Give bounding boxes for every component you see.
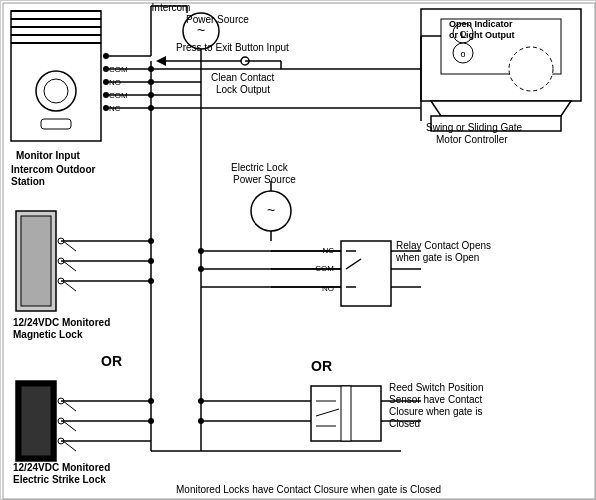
svg-text:Clean Contact: Clean Contact	[211, 72, 275, 83]
svg-point-47	[148, 66, 154, 72]
svg-text:when gate is Open: when gate is Open	[395, 252, 479, 263]
svg-text:Open Indicator: Open Indicator	[449, 19, 513, 29]
svg-text:Relay Contact Opens: Relay Contact Opens	[396, 240, 491, 251]
svg-text:Station: Station	[11, 176, 45, 187]
svg-rect-102	[341, 386, 351, 441]
svg-point-48	[148, 79, 154, 85]
svg-text:NO: NO	[322, 284, 334, 293]
svg-text:Motor Controller: Motor Controller	[436, 134, 508, 145]
svg-text:o: o	[460, 49, 465, 59]
svg-text:OR: OR	[101, 353, 122, 369]
svg-text:Lock Output: Lock Output	[216, 84, 270, 95]
svg-point-71	[148, 278, 154, 284]
svg-text:Power Source: Power Source	[233, 174, 296, 185]
svg-point-69	[148, 238, 154, 244]
wiring-diagram: COM NO COM NC ~ O o	[0, 0, 596, 500]
svg-text:or Light Output: or Light Output	[449, 30, 514, 40]
svg-text:Intercom: Intercom	[152, 2, 191, 13]
svg-point-84	[148, 418, 154, 424]
svg-point-8	[44, 79, 68, 103]
svg-point-49	[148, 92, 154, 98]
svg-point-34	[509, 47, 553, 91]
svg-text:Electric Strike Lock: Electric Strike Lock	[13, 474, 106, 485]
svg-text:Power Source: Power Source	[186, 14, 249, 25]
svg-rect-9	[41, 119, 71, 129]
svg-text:~: ~	[267, 202, 275, 218]
svg-text:12/24VDC Monitored: 12/24VDC Monitored	[13, 317, 110, 328]
svg-marker-35	[431, 101, 571, 116]
svg-point-70	[148, 258, 154, 264]
svg-text:Sensor have Contact: Sensor have Contact	[389, 394, 483, 405]
svg-text:Closure when gate is: Closure when gate is	[389, 406, 482, 417]
svg-rect-59	[21, 216, 51, 306]
svg-text:Electric Lock: Electric Lock	[231, 162, 289, 173]
svg-rect-73	[21, 386, 51, 456]
svg-text:Intercom Outdoor: Intercom Outdoor	[11, 164, 96, 175]
svg-text:OR: OR	[311, 358, 332, 374]
svg-text:Magnetic Lock: Magnetic Lock	[13, 329, 83, 340]
svg-text:Closed: Closed	[389, 418, 420, 429]
svg-text:Reed Switch Position: Reed Switch Position	[389, 382, 484, 393]
svg-point-50	[148, 105, 154, 111]
svg-text:Swing or Sliding Gate: Swing or Sliding Gate	[426, 122, 523, 133]
svg-text:Monitored Locks have Contact C: Monitored Locks have Contact Closure whe…	[176, 484, 441, 495]
svg-text:Monitor Input: Monitor Input	[16, 150, 81, 161]
svg-point-83	[148, 398, 154, 404]
svg-text:12/24VDC Monitored: 12/24VDC Monitored	[13, 462, 110, 473]
svg-text:Press to Exit Button Input: Press to Exit Button Input	[176, 42, 289, 53]
